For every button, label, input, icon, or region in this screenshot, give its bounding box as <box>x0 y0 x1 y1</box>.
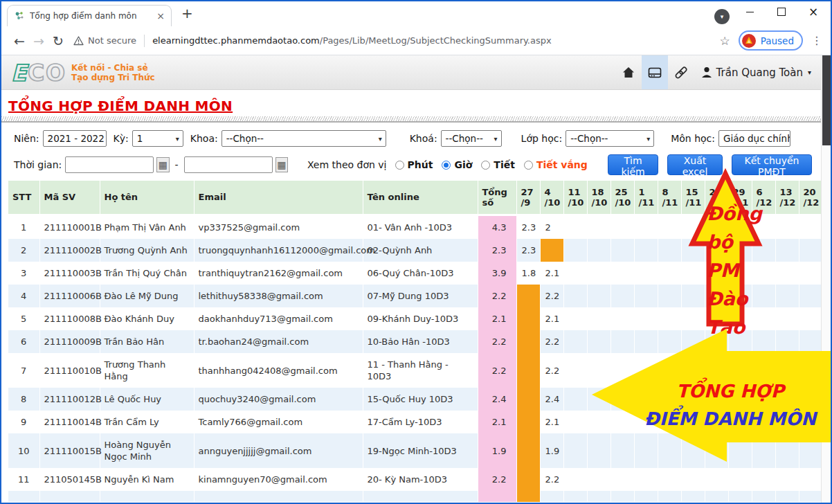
calendar-from-icon[interactable]: ▦ <box>156 157 169 172</box>
left-arrow-line2: ĐIỂM DANH MÔN <box>631 405 830 433</box>
cell-day <box>775 262 799 285</box>
cell-day <box>728 491 752 502</box>
not-secure-label: Not secure <box>88 35 136 46</box>
sync-paused-badge[interactable]: Paused <box>739 30 803 51</box>
cell-ten-online: 15-Quốc Huy 10D3 <box>363 388 478 411</box>
cell-stt: 8 <box>8 388 39 411</box>
radio-circle-0 <box>395 161 404 170</box>
cell-tong-so: 4.3 <box>478 215 516 240</box>
radio-circle-3 <box>524 161 533 170</box>
date-month: /10 <box>568 197 583 208</box>
radio-circle-2 <box>481 161 490 170</box>
home-nav-button[interactable] <box>615 55 642 89</box>
cell-day: 2 <box>540 215 563 240</box>
cell-ma-sv: 211050145B <box>39 468 100 491</box>
cell-day <box>799 285 821 307</box>
date-day: 27 <box>521 187 536 197</box>
new-tab-button[interactable]: + <box>181 5 193 21</box>
action-button-0[interactable]: Tìm kiếm <box>608 154 658 175</box>
filter-label-3: Khoá: <box>410 133 437 144</box>
cell-day <box>681 491 705 502</box>
cell-day <box>799 239 821 262</box>
cell-day <box>611 285 634 307</box>
forward-button[interactable]: → <box>29 33 48 48</box>
browser-tab[interactable]: Tổng hợp điểm danh môn × <box>7 5 172 26</box>
filter-select-4[interactable]: --Chọn--▾ <box>566 130 654 147</box>
header-date-13-12: 13/12 <box>775 181 799 215</box>
cell-ho-ten: Nguyễn Kì Nam <box>100 468 194 491</box>
maximize-button[interactable] <box>766 1 797 22</box>
user-menu[interactable]: Trần Quang Toàn ▾ <box>701 66 811 79</box>
left-arrow-text: TỔNG HỢP ĐIỂM DANH MÔN <box>631 377 830 433</box>
time-from-input[interactable] <box>65 156 154 173</box>
tab-close-icon[interactable]: × <box>156 10 165 21</box>
filter-panel: Niên:2021 - 2022▾Kỳ:1▾Khoa:--Chọn--▾Khoá… <box>1 123 821 175</box>
back-button[interactable]: ← <box>10 33 29 48</box>
time-label: Thời gian: <box>14 159 62 170</box>
cell-ma-sv: 211110009B <box>39 330 100 353</box>
filter-select-value-1: 1 <box>137 133 143 144</box>
scrollbar-thumb[interactable] <box>822 55 831 145</box>
filter-select-5[interactable]: Giáo dục chính trị -▾ <box>718 130 790 147</box>
up-arrow-text: ĐồngbộPMĐàoTạo <box>707 199 762 341</box>
cell-day <box>563 388 587 411</box>
menu-kebab-icon[interactable]: ⋮ <box>811 34 822 47</box>
reload-button[interactable]: ↻ <box>48 33 68 48</box>
cell-day <box>799 468 821 491</box>
filter-field-0: Niên:2021 - 2022▾ <box>14 130 107 147</box>
radio-option-2[interactable]: Tiết <box>481 159 515 170</box>
tab-favicon <box>14 10 25 21</box>
filter-select-3[interactable]: --Chọn--▾ <box>441 130 502 147</box>
header-hoten: Họ tên <box>100 181 194 215</box>
up-arrow-line-0: Đồng <box>707 199 762 228</box>
library-nav-button[interactable] <box>642 55 668 89</box>
cell-day <box>658 285 681 307</box>
url-path: /Pages/Lib/MeetLog/SubjectCheckingSummar… <box>320 35 552 46</box>
eco-logo[interactable]: E C O Kết nối - Chia sẻ Tạo dựng Tri Thứ… <box>11 60 155 85</box>
cell-tong-so: 2.4 <box>478 388 516 411</box>
cell-day <box>634 215 658 240</box>
cell-day <box>634 285 658 307</box>
cell-ho-ten: Đào Lê Mỹ Dung <box>100 285 194 307</box>
cell-ho-ten <box>100 491 194 502</box>
calendar-to-icon[interactable]: ▦ <box>275 157 288 172</box>
cell-tong-so: 2.1 <box>478 411 516 433</box>
chevron-down-circle-icon[interactable]: ▾ <box>714 9 730 24</box>
filter-select-1[interactable]: 1▾ <box>132 130 183 147</box>
cell-tong-so: 2.2 <box>478 353 516 388</box>
minimize-button[interactable] <box>734 1 766 22</box>
cell-day: 2.2 <box>540 285 563 307</box>
time-to-input[interactable] <box>184 156 273 173</box>
bookmark-star-icon[interactable]: ☆ <box>719 34 730 48</box>
radio-option-3[interactable]: Tiết vắng <box>524 159 588 170</box>
cell-day: 2.2 <box>540 330 563 353</box>
cell-ho-ten: Trương Quỳnh Anh <box>100 239 194 262</box>
filter-label-2: Khoa: <box>190 133 218 144</box>
cell-day <box>611 262 634 285</box>
radio-option-0[interactable]: Phút <box>395 159 433 170</box>
cell-stt: 2 <box>8 239 39 262</box>
filter-field-4: Lớp học:--Chọn--▾ <box>521 130 655 147</box>
cell-day: 2.4 <box>540 388 563 411</box>
cell-day <box>658 468 681 491</box>
cell-day <box>658 215 681 240</box>
filter-field-5: Môn học:Giáo dục chính trị -▾ <box>671 130 790 147</box>
cell-ma-sv: 211110015B <box>39 433 100 468</box>
table-row <box>8 491 821 502</box>
filter-select-value-2: --Chọn-- <box>226 133 264 144</box>
radio-option-1[interactable]: Giờ <box>442 159 472 170</box>
link-nav-button[interactable] <box>668 55 694 89</box>
cell-ten-online: 19-Ngọc Minh-10D3 <box>363 433 478 468</box>
unit-radios: PhútGiờTiếtTiết vắng <box>395 159 597 170</box>
filter-select-0[interactable]: 2021 - 2022▾ <box>43 130 107 147</box>
address-bar[interactable]: Not secure elearningdttec.phanmemdaotao.… <box>73 35 711 47</box>
svg-text:O: O <box>46 60 65 85</box>
cell-day <box>775 468 799 491</box>
tagline-line2: Tạo dựng Tri Thức <box>71 73 155 82</box>
date-month: /12 <box>804 197 817 208</box>
close-button[interactable]: × <box>797 1 829 22</box>
header-total: Tổng số <box>478 181 516 215</box>
cell-day <box>799 307 821 330</box>
cell-day <box>516 307 540 330</box>
filter-select-2[interactable]: --Chọn--▾ <box>221 130 386 147</box>
